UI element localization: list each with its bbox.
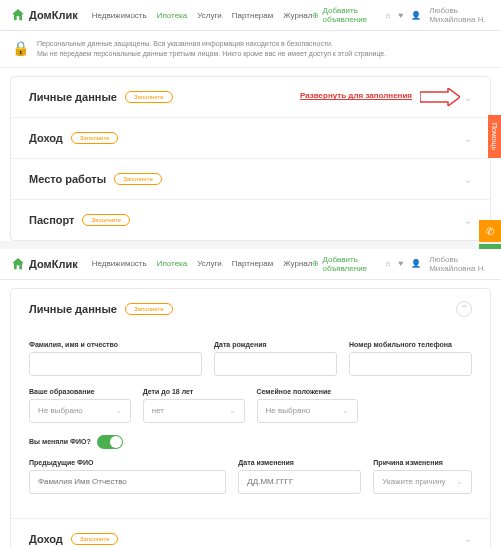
chevron-down-icon: ⌄ (229, 406, 236, 415)
section-income[interactable]: Доход Заполните ⌄ (11, 518, 490, 547)
logo[interactable]: ДомКлик (10, 7, 78, 23)
home-icon[interactable]: ⌂ (386, 259, 391, 268)
nav-partners[interactable]: Партнерам (232, 259, 273, 268)
add-listing-link[interactable]: ⊕Добавить объявление (312, 6, 377, 24)
heart-icon[interactable]: ♥ (398, 11, 403, 20)
house-icon (10, 7, 26, 23)
section-title: Место работы (29, 173, 106, 185)
add-listing-link[interactable]: ⊕Добавить объявление (312, 255, 377, 273)
label-dob: Дата рождения (214, 341, 337, 348)
plus-icon: ⊕ (312, 259, 319, 268)
section-income[interactable]: Доход Заполните ⌄ (11, 118, 490, 159)
header: ДомКлик Недвижимость Ипотека Услуги Парт… (0, 249, 501, 280)
chevron-up-icon[interactable]: ⌃ (456, 301, 472, 317)
form-body: Фамилия, имя и отчество Дата рождения Но… (11, 329, 490, 518)
screen-collapsed: ДомКлик Недвижимость Ипотека Услуги Парт… (0, 0, 501, 241)
header-right: ⊕Добавить объявление ⌂ ♥ 👤 Любовь Михайл… (312, 6, 491, 24)
select-kids[interactable]: нет⌄ (143, 399, 245, 423)
header-right: ⊕Добавить объявление ⌂ ♥ 👤 Любовь Михайл… (312, 255, 491, 273)
header: ДомКлик Недвижимость Ипотека Услуги Парт… (0, 0, 501, 31)
user-icon[interactable]: 👤 (411, 11, 421, 20)
nav-realty[interactable]: Недвижимость (92, 259, 147, 268)
label-prev-fio: Предыдущие ФИО (29, 459, 226, 466)
expand-link[interactable]: Развернуть для заполнения (300, 91, 412, 101)
field-prev-fio: Предыдущие ФИО (29, 459, 226, 494)
name-changed-row: Вы меняли ФИО? (29, 435, 472, 449)
label-reason: Причина изменения (373, 459, 472, 466)
fill-badge: Заполните (125, 303, 173, 315)
nav-mortgage[interactable]: Ипотека (157, 11, 188, 20)
select-reason[interactable]: Укажите причину⌄ (373, 470, 472, 494)
select-marital[interactable]: Не выбрано⌄ (257, 399, 359, 423)
home-icon[interactable]: ⌂ (386, 11, 391, 20)
label-phone: Номер мобильного телефона (349, 341, 472, 348)
field-kids: Дети до 18 лет нет⌄ (143, 388, 245, 423)
security-notice: 🔒 Персональные данные защищены. Вся указ… (0, 31, 501, 68)
main-nav: Недвижимость Ипотека Услуги Партнерам Жу… (92, 11, 313, 20)
house-icon (10, 256, 26, 272)
logo[interactable]: ДомКлик (10, 256, 78, 272)
lock-icon: 🔒 (12, 40, 29, 56)
heart-icon[interactable]: ♥ (398, 259, 403, 268)
notice-text: Персональные данные защищены. Вся указан… (37, 39, 386, 59)
fill-badge: Заполните (114, 173, 162, 185)
nav-partners[interactable]: Партнерам (232, 11, 273, 20)
label-fio: Фамилия, имя и отчество (29, 341, 202, 348)
input-change-date[interactable] (238, 470, 361, 494)
personal-form-card: Личные данные Заполните ⌃ Фамилия, имя и… (10, 288, 491, 547)
nav-services[interactable]: Услуги (197, 11, 222, 20)
nav-journal[interactable]: Журнал (283, 11, 312, 20)
chevron-down-icon: ⌄ (464, 533, 472, 544)
chevron-down-icon: ⌄ (464, 214, 472, 225)
fill-badge: Заполните (82, 214, 130, 226)
nav-mortgage[interactable]: Ипотека (157, 259, 188, 268)
input-dob[interactable] (214, 352, 337, 376)
select-education[interactable]: Не выбрано⌄ (29, 399, 131, 423)
label-marital: Семейное положение (257, 388, 359, 395)
phone-icon[interactable]: ✆ (479, 220, 501, 242)
main-nav: Недвижимость Ипотека Услуги Партнерам Жу… (92, 259, 313, 268)
label-education: Ваше образование (29, 388, 131, 395)
section-title: Паспорт (29, 214, 74, 226)
fill-badge: Заполните (71, 533, 119, 545)
nav-journal[interactable]: Журнал (283, 259, 312, 268)
logo-text: ДомКлик (29, 9, 78, 21)
section-title: Личные данные (29, 303, 117, 315)
field-education: Ваше образование Не выбрано⌄ (29, 388, 131, 423)
user-name[interactable]: Любовь Михайловна Н. (429, 6, 491, 24)
field-spacer (370, 388, 472, 423)
plus-icon: ⊕ (312, 11, 319, 20)
field-phone: Номер мобильного телефона (349, 341, 472, 376)
nav-services[interactable]: Услуги (197, 259, 222, 268)
user-icon[interactable]: 👤 (411, 259, 421, 268)
toggle-name-changed[interactable] (97, 435, 123, 449)
arrow-annotation-icon (420, 88, 460, 106)
field-change-date: Дата изменения (238, 459, 361, 494)
form-header[interactable]: Личные данные Заполните ⌃ (11, 289, 490, 329)
input-phone[interactable] (349, 352, 472, 376)
chevron-down-icon: ⌄ (115, 406, 122, 415)
input-prev-fio[interactable] (29, 470, 226, 494)
user-name[interactable]: Любовь Михайловна Н. (429, 255, 491, 273)
logo-text: ДомКлик (29, 258, 78, 270)
chevron-down-icon: ⌄ (464, 91, 472, 102)
input-fio[interactable] (29, 352, 202, 376)
label-name-changed: Вы меняли ФИО? (29, 438, 91, 445)
section-title: Личные данные (29, 91, 117, 103)
nav-realty[interactable]: Недвижимость (92, 11, 147, 20)
field-fio: Фамилия, имя и отчество (29, 341, 202, 376)
sections-card: Личные данные Заполните Развернуть для з… (10, 76, 491, 241)
help-tab[interactable]: Помощь (488, 115, 501, 158)
chevron-down-icon: ⌄ (456, 477, 463, 486)
label-kids: Дети до 18 лет (143, 388, 245, 395)
section-work[interactable]: Место работы Заполните ⌄ (11, 159, 490, 200)
section-personal[interactable]: Личные данные Заполните Развернуть для з… (11, 77, 490, 118)
fill-badge: Заполните (125, 91, 173, 103)
fill-badge: Заполните (71, 132, 119, 144)
field-reason: Причина изменения Укажите причину⌄ (373, 459, 472, 494)
chevron-down-icon: ⌄ (342, 406, 349, 415)
screen-expanded: ДомКлик Недвижимость Ипотека Услуги Парт… (0, 249, 501, 547)
section-passport[interactable]: Паспорт Заполните ⌄ (11, 200, 490, 240)
section-title: Доход (29, 132, 63, 144)
chevron-down-icon: ⌄ (464, 132, 472, 143)
